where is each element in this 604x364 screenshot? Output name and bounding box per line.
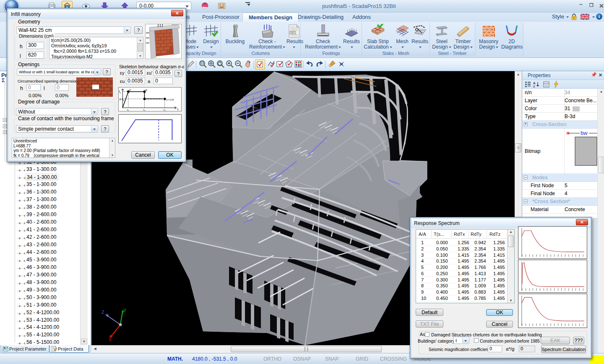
svg-text:ε: ε bbox=[177, 108, 179, 111]
svg-text:u: u bbox=[145, 88, 147, 92]
svg-text:TXT: TXT bbox=[291, 31, 294, 34]
svg-text:y: y bbox=[129, 88, 131, 92]
svg-text:Z: Z bbox=[102, 310, 104, 315]
svg-text:fy: fy bbox=[119, 90, 121, 94]
svg-text:X: X bbox=[109, 337, 112, 342]
svg-text:Y: Y bbox=[123, 308, 127, 313]
svg-text:bw: bw bbox=[581, 130, 588, 136]
svg-text:Z: Z bbox=[533, 85, 535, 88]
svg-text:a = 0,25: a = 0,25 bbox=[167, 99, 174, 101]
svg-text:α-fu: α-fu bbox=[120, 98, 124, 101]
svg-text:εu': εu' bbox=[164, 108, 166, 111]
svg-text:εu: εu bbox=[143, 108, 146, 111]
svg-text:εy: εy bbox=[127, 108, 129, 111]
